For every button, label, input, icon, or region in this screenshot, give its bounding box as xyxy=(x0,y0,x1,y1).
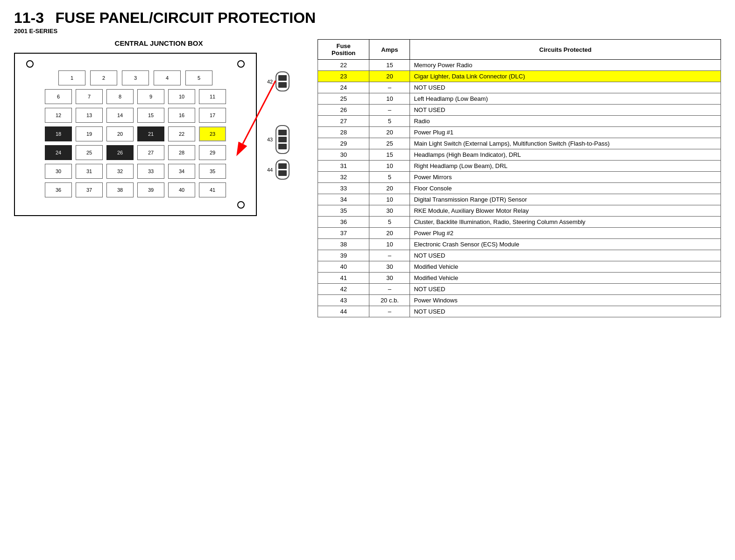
circuit-cell: Electronic Crash Sensor (ECS) Module xyxy=(410,239,721,250)
circuit-cell: Power Plug #2 xyxy=(410,228,721,239)
table-row: 275Radio xyxy=(318,116,721,127)
table-row: 3720Power Plug #2 xyxy=(318,228,721,239)
amps-cell: 20 xyxy=(369,183,410,194)
connector-43 xyxy=(276,125,290,154)
table-row: 24–NOT USED xyxy=(318,82,721,93)
fuse-position-cell: 39 xyxy=(318,250,369,261)
fuse-table-body: 2215Memory Power Radio2320Cigar Lighter,… xyxy=(318,60,721,317)
fuse-41: 41 xyxy=(199,182,226,197)
circuit-cell: Left Headlamp (Low Beam) xyxy=(410,93,721,105)
fuse-row-5: 24 25 26 27 28 29 xyxy=(22,145,248,160)
table-row: 3410Digital Transmission Range (DTR) Sen… xyxy=(318,194,721,205)
fuse-31: 31 xyxy=(76,164,103,179)
fuse-40: 40 xyxy=(168,182,195,197)
fuse-23-yellow: 23 xyxy=(199,126,226,141)
fuse-1: 1 xyxy=(58,70,85,85)
table-row: 3110Right Headlamp (Low Beam), DRL xyxy=(318,161,721,172)
fuse-33: 33 xyxy=(137,164,164,179)
page-container: 11-3 FUSE PANEL/CIRCUIT PROTECTION 2001 … xyxy=(14,9,721,317)
fuse-row-7: 36 37 38 39 40 41 xyxy=(22,182,248,197)
table-row: 3810Electronic Crash Sensor (ECS) Module xyxy=(318,239,721,250)
fuse-position-cell: 26 xyxy=(318,105,369,116)
top-circles xyxy=(22,60,248,68)
amps-cell: 5 xyxy=(369,172,410,183)
fuse-32: 32 xyxy=(106,164,134,179)
label-42: 42 xyxy=(267,79,273,84)
diagram-wrapper: 1 2 3 4 5 6 7 8 9 10 11 xyxy=(14,53,257,216)
fuse-9: 9 xyxy=(137,89,164,104)
table-row: 2320Cigar Lighter, Data Link Connector (… xyxy=(318,71,721,82)
fuse-row-4: 18 19 20 21 22 23 xyxy=(22,126,248,141)
fuse-position-cell: 28 xyxy=(318,127,369,138)
amps-cell: 10 xyxy=(369,239,410,250)
fuse-table: FusePosition Amps Circuits Protected 221… xyxy=(318,39,721,317)
amps-cell: – xyxy=(369,284,410,295)
circuit-cell: Main Light Switch (External Lamps), Mult… xyxy=(410,138,721,149)
amps-cell: 20 xyxy=(369,71,410,82)
conn-43-sq3 xyxy=(278,144,287,149)
conn-43-sq2 xyxy=(278,137,287,142)
amps-cell: 10 xyxy=(369,161,410,172)
circuit-cell: RKE Module, Auxiliary Blower Motor Relay xyxy=(410,205,721,217)
label-43: 43 xyxy=(267,137,273,142)
amps-cell: – xyxy=(369,82,410,93)
fuse-row-6: 30 31 32 33 34 35 xyxy=(22,164,248,179)
bottom-right-circle xyxy=(237,201,245,209)
fuse-16: 16 xyxy=(168,108,195,123)
amps-cell: 5 xyxy=(369,217,410,228)
table-row: 2510Left Headlamp (Low Beam) xyxy=(318,93,721,105)
fuse-position-cell: 22 xyxy=(318,60,369,71)
circuit-cell: Right Headlamp (Low Beam), DRL xyxy=(410,161,721,172)
circuit-cell: Power Plug #1 xyxy=(410,127,721,138)
table-row: 365Cluster, Backlite Illumination, Radio… xyxy=(318,217,721,228)
amps-cell: 30 xyxy=(369,273,410,284)
circuit-cell: Modified Vehicle xyxy=(410,273,721,284)
connector-43-wrapper: 43 xyxy=(276,125,290,154)
page-subtitle: 2001 E-SERIES xyxy=(14,28,721,35)
circuit-cell: Modified Vehicle xyxy=(410,261,721,273)
conn-44-sq2 xyxy=(278,170,287,176)
fuse-22: 22 xyxy=(168,126,195,141)
fuse-row-2: 6 7 8 9 10 11 xyxy=(22,89,248,104)
connector-42-wrapper: 42 xyxy=(276,71,290,91)
table-row: 4030Modified Vehicle xyxy=(318,261,721,273)
diagram-title: CENTRAL JUNCTION BOX xyxy=(14,39,304,47)
table-row: 3530RKE Module, Auxiliary Blower Motor R… xyxy=(318,205,721,217)
table-section: FusePosition Amps Circuits Protected 221… xyxy=(318,39,721,317)
conn-42-sq1 xyxy=(278,75,287,81)
fuse-position-cell: 38 xyxy=(318,239,369,250)
fuse-7: 7 xyxy=(76,89,103,104)
bottom-circles xyxy=(22,201,248,209)
circuit-cell: Cluster, Backlite Illumination, Radio, S… xyxy=(410,217,721,228)
circuit-cell: Headlamps (High Beam Indicator), DRL xyxy=(410,149,721,161)
fuse-position-cell: 44 xyxy=(318,306,369,317)
table-row: 44–NOT USED xyxy=(318,306,721,317)
fuse-19: 19 xyxy=(76,126,103,141)
fuse-14: 14 xyxy=(106,108,134,123)
fuse-35: 35 xyxy=(199,164,226,179)
fuse-position-cell: 33 xyxy=(318,183,369,194)
fuse-13: 13 xyxy=(76,108,103,123)
header-fuse-position: FusePosition xyxy=(318,40,369,60)
table-row: 4320 c.b.Power Windows xyxy=(318,295,721,306)
fuse-11: 11 xyxy=(199,89,226,104)
fuse-row-1: 1 2 3 4 5 xyxy=(22,70,248,85)
table-header-row: FusePosition Amps Circuits Protected xyxy=(318,40,721,60)
table-row: 26–NOT USED xyxy=(318,105,721,116)
fuse-12: 12 xyxy=(45,108,72,123)
fuse-27: 27 xyxy=(137,145,164,160)
circuit-cell: Power Mirrors xyxy=(410,172,721,183)
fuse-position-cell: 42 xyxy=(318,284,369,295)
circuit-cell: Cigar Lighter, Data Link Connector (DLC) xyxy=(410,71,721,82)
table-row: 2925Main Light Switch (External Lamps), … xyxy=(318,138,721,149)
amps-cell: – xyxy=(369,105,410,116)
table-row: 4130Modified Vehicle xyxy=(318,273,721,284)
amps-cell: 20 xyxy=(369,228,410,239)
fuse-position-cell: 25 xyxy=(318,93,369,105)
fuse-28: 28 xyxy=(168,145,195,160)
fuse-position-cell: 36 xyxy=(318,217,369,228)
fuse-29: 29 xyxy=(199,145,226,160)
fuse-26: 26 xyxy=(106,145,134,160)
fuse-row-3: 12 13 14 15 16 17 xyxy=(22,108,248,123)
fuse-34: 34 xyxy=(168,164,195,179)
